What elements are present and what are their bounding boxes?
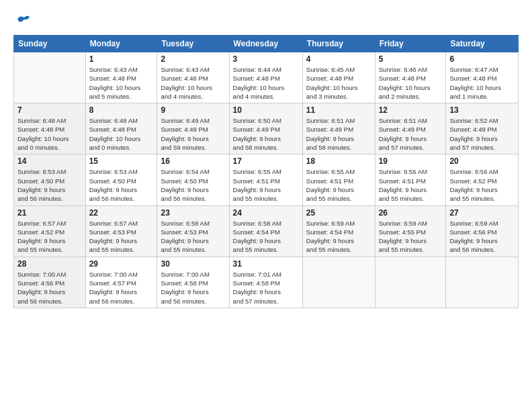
day-number: 21: [17, 208, 82, 218]
calendar-cell: 8Sunrise: 6:48 AM Sunset: 4:48 PM Daylig…: [85, 103, 157, 154]
logo-bird-icon: [15, 13, 31, 30]
day-info: Sunrise: 6:57 AM Sunset: 4:53 PM Dayligh…: [89, 219, 154, 255]
day-info: Sunrise: 6:58 AM Sunset: 4:54 PM Dayligh…: [233, 219, 299, 255]
day-info: Sunrise: 6:46 AM Sunset: 4:48 PM Dayligh…: [379, 65, 443, 101]
calendar-cell: 4Sunrise: 6:45 AM Sunset: 4:48 PM Daylig…: [302, 52, 375, 103]
day-number: 29: [89, 259, 154, 269]
day-info: Sunrise: 6:59 AM Sunset: 4:56 PM Dayligh…: [449, 219, 515, 255]
day-info: Sunrise: 6:48 AM Sunset: 4:48 PM Dayligh…: [17, 116, 82, 152]
calendar-cell: 13Sunrise: 6:52 AM Sunset: 4:49 PM Dayli…: [446, 103, 519, 154]
calendar-cell: 30Sunrise: 7:00 AM Sunset: 4:58 PM Dayli…: [157, 257, 229, 308]
day-number: 13: [449, 105, 515, 115]
weekday-header-monday: Monday: [85, 36, 157, 52]
calendar-cell: 16Sunrise: 6:54 AM Sunset: 4:50 PM Dayli…: [157, 154, 229, 205]
calendar-cell: 19Sunrise: 6:56 AM Sunset: 4:51 PM Dayli…: [375, 154, 446, 205]
day-number: 6: [449, 54, 515, 64]
calendar-cell: 9Sunrise: 6:49 AM Sunset: 4:49 PM Daylig…: [157, 103, 229, 154]
day-info: Sunrise: 6:58 AM Sunset: 4:53 PM Dayligh…: [161, 219, 225, 255]
day-info: Sunrise: 6:48 AM Sunset: 4:48 PM Dayligh…: [89, 116, 154, 152]
day-info: Sunrise: 7:00 AM Sunset: 4:57 PM Dayligh…: [89, 270, 154, 306]
day-number: 16: [161, 156, 225, 166]
day-number: 1: [89, 54, 154, 64]
calendar-cell: 25Sunrise: 6:59 AM Sunset: 4:54 PM Dayli…: [302, 205, 375, 257]
calendar-cell: 3Sunrise: 6:44 AM Sunset: 4:48 PM Daylig…: [229, 52, 302, 103]
calendar-cell: 27Sunrise: 6:59 AM Sunset: 4:56 PM Dayli…: [446, 205, 519, 257]
day-info: Sunrise: 6:45 AM Sunset: 4:48 PM Dayligh…: [306, 65, 371, 101]
calendar-cell: 28Sunrise: 7:00 AM Sunset: 4:56 PM Dayli…: [14, 257, 86, 308]
day-number: 4: [306, 54, 371, 64]
day-info: Sunrise: 6:55 AM Sunset: 4:51 PM Dayligh…: [306, 167, 371, 203]
day-number: 22: [89, 208, 154, 218]
calendar-cell: 17Sunrise: 6:55 AM Sunset: 4:51 PM Dayli…: [229, 154, 302, 205]
weekday-header-thursday: Thursday: [302, 36, 375, 52]
calendar-cell: 14Sunrise: 6:53 AM Sunset: 4:50 PM Dayli…: [14, 154, 86, 205]
day-info: Sunrise: 6:43 AM Sunset: 4:48 PM Dayligh…: [89, 65, 154, 101]
calendar-cell: 5Sunrise: 6:46 AM Sunset: 4:48 PM Daylig…: [375, 52, 446, 103]
day-info: Sunrise: 6:47 AM Sunset: 4:48 PM Dayligh…: [449, 65, 515, 101]
day-number: 23: [161, 208, 225, 218]
calendar-cell: 29Sunrise: 7:00 AM Sunset: 4:57 PM Dayli…: [85, 257, 157, 308]
calendar-week-4: 21Sunrise: 6:57 AM Sunset: 4:52 PM Dayli…: [14, 205, 519, 257]
calendar-cell: [446, 257, 519, 308]
calendar-cell: 21Sunrise: 6:57 AM Sunset: 4:52 PM Dayli…: [14, 205, 86, 257]
day-info: Sunrise: 6:52 AM Sunset: 4:49 PM Dayligh…: [449, 116, 515, 152]
day-number: 26: [379, 208, 443, 218]
day-number: 20: [449, 156, 515, 166]
day-number: 14: [17, 156, 82, 166]
day-number: 24: [233, 208, 299, 218]
calendar-cell: 11Sunrise: 6:51 AM Sunset: 4:49 PM Dayli…: [302, 103, 375, 154]
day-info: Sunrise: 6:44 AM Sunset: 4:48 PM Dayligh…: [233, 65, 299, 101]
day-number: 9: [161, 105, 225, 115]
day-number: 25: [306, 208, 371, 218]
weekday-header-tuesday: Tuesday: [157, 36, 229, 52]
calendar-cell: 18Sunrise: 6:55 AM Sunset: 4:51 PM Dayli…: [302, 154, 375, 205]
day-number: 8: [89, 105, 154, 115]
day-info: Sunrise: 7:00 AM Sunset: 4:58 PM Dayligh…: [161, 270, 225, 306]
page-container: SundayMondayTuesdayWednesdayThursdayFrid…: [0, 0, 532, 411]
day-number: 30: [161, 259, 225, 269]
day-info: Sunrise: 6:59 AM Sunset: 4:55 PM Dayligh…: [379, 219, 443, 255]
day-info: Sunrise: 6:56 AM Sunset: 4:52 PM Dayligh…: [449, 167, 515, 203]
calendar-cell: 23Sunrise: 6:58 AM Sunset: 4:53 PM Dayli…: [157, 205, 229, 257]
calendar-cell: 1Sunrise: 6:43 AM Sunset: 4:48 PM Daylig…: [85, 52, 157, 103]
day-number: 11: [306, 105, 371, 115]
weekday-header-friday: Friday: [375, 36, 446, 52]
calendar-cell: 15Sunrise: 6:53 AM Sunset: 4:50 PM Dayli…: [85, 154, 157, 205]
calendar-week-1: 1Sunrise: 6:43 AM Sunset: 4:48 PM Daylig…: [14, 52, 519, 103]
calendar-week-2: 7Sunrise: 6:48 AM Sunset: 4:48 PM Daylig…: [14, 103, 519, 154]
calendar-cell: 2Sunrise: 6:43 AM Sunset: 4:48 PM Daylig…: [157, 52, 229, 103]
day-info: Sunrise: 6:59 AM Sunset: 4:54 PM Dayligh…: [306, 219, 371, 255]
day-info: Sunrise: 6:50 AM Sunset: 4:49 PM Dayligh…: [233, 116, 299, 152]
weekday-header-saturday: Saturday: [446, 36, 519, 52]
day-number: 7: [17, 105, 82, 115]
calendar-week-3: 14Sunrise: 6:53 AM Sunset: 4:50 PM Dayli…: [14, 154, 519, 205]
day-number: 12: [379, 105, 443, 115]
day-info: Sunrise: 6:56 AM Sunset: 4:51 PM Dayligh…: [379, 167, 443, 203]
day-number: 18: [306, 156, 371, 166]
calendar-cell: 20Sunrise: 6:56 AM Sunset: 4:52 PM Dayli…: [446, 154, 519, 205]
day-info: Sunrise: 6:53 AM Sunset: 4:50 PM Dayligh…: [89, 167, 154, 203]
calendar-week-5: 28Sunrise: 7:00 AM Sunset: 4:56 PM Dayli…: [14, 257, 519, 308]
day-info: Sunrise: 6:49 AM Sunset: 4:49 PM Dayligh…: [161, 116, 225, 152]
day-info: Sunrise: 6:54 AM Sunset: 4:50 PM Dayligh…: [161, 167, 225, 203]
day-info: Sunrise: 6:43 AM Sunset: 4:48 PM Dayligh…: [161, 65, 225, 101]
day-info: Sunrise: 6:53 AM Sunset: 4:50 PM Dayligh…: [17, 167, 82, 203]
calendar-cell: 24Sunrise: 6:58 AM Sunset: 4:54 PM Dayli…: [229, 205, 302, 257]
calendar-cell: 7Sunrise: 6:48 AM Sunset: 4:48 PM Daylig…: [14, 103, 86, 154]
calendar-header-row: SundayMondayTuesdayWednesdayThursdayFrid…: [14, 36, 519, 52]
calendar-cell: 12Sunrise: 6:51 AM Sunset: 4:49 PM Dayli…: [375, 103, 446, 154]
day-info: Sunrise: 7:01 AM Sunset: 4:58 PM Dayligh…: [233, 270, 299, 306]
calendar-cell: 10Sunrise: 6:50 AM Sunset: 4:49 PM Dayli…: [229, 103, 302, 154]
calendar-cell: [302, 257, 375, 308]
day-number: 19: [379, 156, 443, 166]
calendar-cell: 6Sunrise: 6:47 AM Sunset: 4:48 PM Daylig…: [446, 52, 519, 103]
weekday-header-sunday: Sunday: [14, 36, 86, 52]
day-info: Sunrise: 6:51 AM Sunset: 4:49 PM Dayligh…: [379, 116, 443, 152]
day-number: 3: [233, 54, 299, 64]
calendar-cell: [375, 257, 446, 308]
day-number: 2: [161, 54, 225, 64]
day-info: Sunrise: 6:51 AM Sunset: 4:49 PM Dayligh…: [306, 116, 371, 152]
calendar-cell: 31Sunrise: 7:01 AM Sunset: 4:58 PM Dayli…: [229, 257, 302, 308]
logo: [13, 13, 31, 30]
calendar-cell: [14, 52, 86, 103]
